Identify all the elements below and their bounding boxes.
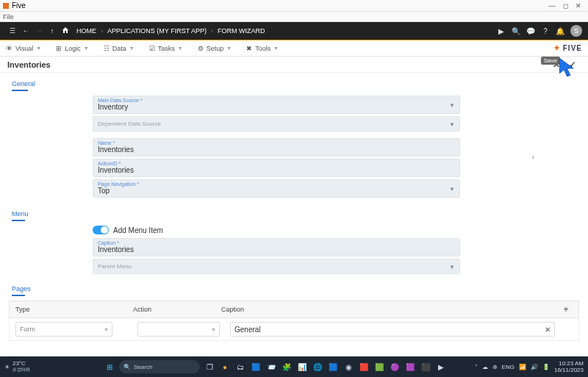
- prev-arrow-icon[interactable]: ‹: [532, 154, 534, 161]
- app-icon[interactable]: 🟣: [389, 361, 401, 373]
- window-minimize-button[interactable]: —: [545, 2, 559, 10]
- save-tooltip: Save: [541, 57, 560, 65]
- clear-icon[interactable]: ✕: [545, 326, 551, 334]
- toolbar-setup[interactable]: ⚙Setup▼: [198, 45, 232, 52]
- app-name: Five: [12, 1, 26, 10]
- play-icon[interactable]: ▶: [494, 27, 509, 35]
- dependent-data-source-field[interactable]: Dependent Data Source ▼: [93, 116, 460, 132]
- back-icon[interactable]: ←: [19, 27, 32, 35]
- app-icon[interactable]: 📨: [265, 361, 277, 373]
- tray-chevron-icon[interactable]: ˄: [475, 364, 478, 370]
- col-caption: Caption: [221, 306, 559, 313]
- search-icon[interactable]: 🔍: [509, 27, 523, 35]
- add-page-button[interactable]: +: [559, 304, 573, 315]
- window-maximize-button[interactable]: ◻: [559, 2, 572, 10]
- toolbar-data[interactable]: ☷Data▼: [104, 45, 135, 52]
- grid-row: Form▼ ▼ General✕: [9, 318, 579, 341]
- section-underline: [12, 90, 28, 91]
- app-icon[interactable]: 📊: [296, 361, 308, 373]
- breadcrumb-home[interactable]: HOME: [72, 27, 101, 35]
- wifi-icon[interactable]: 📶: [519, 364, 526, 370]
- main-data-source-field[interactable]: Main Data Source * Inventory ▼: [93, 96, 460, 114]
- field-label: Main Data Source *: [98, 98, 455, 103]
- field-value: Inventories: [98, 245, 455, 254]
- start-icon[interactable]: ⊞: [104, 361, 115, 373]
- clock[interactable]: 10:23 AM 16/11/2023: [554, 360, 584, 373]
- actionid-field[interactable]: ActionID * Inventories: [93, 159, 460, 177]
- caption-input[interactable]: General✕: [230, 322, 555, 337]
- type-select[interactable]: Form▼: [15, 322, 112, 337]
- user-avatar[interactable]: S: [570, 25, 582, 37]
- chevron-down-icon[interactable]: ▼: [449, 121, 455, 127]
- chrome-icon[interactable]: ◉: [343, 361, 354, 373]
- field-value: Inventories: [98, 166, 455, 174]
- up-icon[interactable]: ↑: [46, 27, 59, 35]
- app-icon[interactable]: ●: [219, 361, 231, 373]
- chevron-down-icon[interactable]: ▼: [449, 263, 455, 270]
- battery-icon[interactable]: 🔋: [542, 364, 550, 370]
- toolbar-logic[interactable]: ⊞Logic▼: [56, 45, 88, 52]
- toolbar-tools[interactable]: ✖Tools▼: [246, 45, 279, 52]
- weather-widget[interactable]: ☀ 23°C 多雲時晴: [4, 361, 30, 373]
- field-value: Inventories: [98, 146, 455, 154]
- field-value: Top: [98, 187, 455, 195]
- app-icon[interactable]: 🟦: [327, 361, 339, 373]
- form-content: ‹ General Main Data Source * Inventory ▼…: [0, 73, 588, 356]
- home-icon[interactable]: [59, 26, 72, 35]
- edge-icon[interactable]: 🌐: [312, 361, 323, 373]
- parent-menu-field[interactable]: Parent Menu ▼: [93, 259, 460, 274]
- panel-title: Inventories: [7, 60, 51, 69]
- toolbar: 👁Visual▼ ⊞Logic▼ ☷Data▼ ☑Tasks▼ ⚙Setup▼ …: [0, 40, 588, 57]
- action-select[interactable]: ▼: [137, 322, 220, 337]
- add-menu-item-toggle[interactable]: [93, 226, 109, 234]
- explorer-icon[interactable]: 🗂: [234, 361, 246, 373]
- brand-logo: ✦FIVE: [553, 43, 582, 53]
- name-field[interactable]: Name * Inventories: [93, 138, 460, 157]
- app-icon[interactable]: 🟪: [404, 361, 416, 373]
- tray-icon[interactable]: ☁: [482, 364, 488, 370]
- tray-icon[interactable]: ⊕: [492, 364, 498, 370]
- app-icon[interactable]: 🟥: [358, 361, 370, 373]
- app-icon[interactable]: 🟩: [373, 361, 385, 373]
- search-icon: 🔍: [123, 364, 131, 370]
- windows-taskbar: ☀ 23°C 多雲時晴 ⊞ 🔍Search ❐ ● 🗂 🟦 📨 🧩 📊 🌐 🟦 …: [0, 356, 588, 377]
- help-icon[interactable]: ?: [538, 27, 553, 35]
- language-indicator[interactable]: ENG: [502, 364, 514, 370]
- breadcrumb-form-wizard[interactable]: FORM WIZARD: [213, 27, 270, 35]
- pages-grid: Type Action Caption + Form▼ ▼ General✕: [9, 301, 579, 341]
- tasks-icon: ☑: [149, 45, 155, 52]
- app-icon[interactable]: 🧩: [281, 361, 293, 373]
- volume-icon[interactable]: 🔊: [531, 364, 538, 370]
- window-close-button[interactable]: ✕: [572, 2, 585, 10]
- save-button[interactable]: ✓: [564, 60, 581, 70]
- bell-icon[interactable]: 🔔: [553, 27, 567, 35]
- caption-field[interactable]: Caption * Inventories: [93, 238, 460, 256]
- section-general: General: [12, 80, 35, 87]
- task-view-icon[interactable]: ❐: [204, 361, 215, 373]
- breadcrumb-applications[interactable]: APPLICATIONS (MY FIRST APP): [103, 27, 211, 35]
- app-icon[interactable]: ⬛: [420, 361, 431, 373]
- chevron-down-icon[interactable]: ▼: [449, 185, 455, 192]
- section-pages: Pages: [12, 285, 31, 292]
- toolbar-visual[interactable]: 👁Visual▼: [6, 45, 41, 52]
- field-label: Dependent Data Source: [98, 121, 455, 127]
- field-value: Inventory: [98, 103, 455, 111]
- field-label: Parent Menu: [98, 263, 455, 270]
- toolbar-tasks[interactable]: ☑Tasks▼: [149, 45, 183, 52]
- chevron-down-icon: ▼: [211, 327, 216, 332]
- app-icon[interactable]: ▶: [435, 361, 447, 373]
- eye-icon: 👁: [6, 45, 12, 52]
- page-navigation-field[interactable]: Page Navigation * Top ▼: [93, 179, 460, 198]
- menu-file[interactable]: File: [3, 13, 14, 21]
- forward-icon[interactable]: →: [32, 27, 46, 35]
- chevron-down-icon[interactable]: ▼: [449, 101, 455, 108]
- section-underline: [12, 220, 25, 221]
- taskbar-search[interactable]: 🔍Search: [119, 360, 200, 373]
- app-menu-bar: File: [0, 12, 588, 22]
- chat-icon[interactable]: 💬: [523, 27, 538, 35]
- panel-header: Inventories ✕ ✓: [0, 57, 588, 73]
- hamburger-icon[interactable]: ☰: [6, 27, 19, 35]
- data-icon: ☷: [104, 45, 110, 52]
- breadcrumb-bar: ☰ ← → ↑ HOME › APPLICATIONS (MY FIRST AP…: [0, 22, 588, 40]
- app-icon[interactable]: 🟦: [250, 361, 262, 373]
